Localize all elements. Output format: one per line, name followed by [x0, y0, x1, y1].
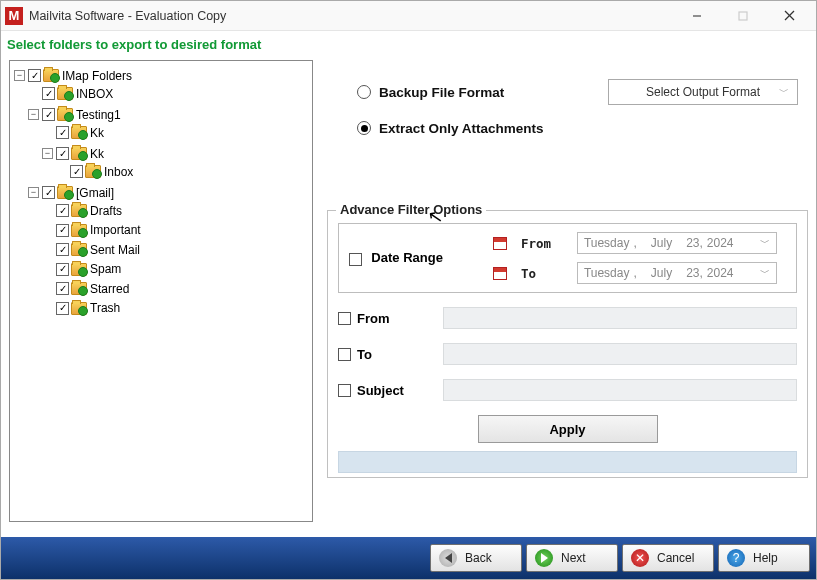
tree-node-kk2[interactable]: Kk	[90, 145, 104, 163]
folder-icon	[71, 243, 87, 256]
svg-rect-1	[739, 12, 747, 20]
radio-extract-label: Extract Only Attachments	[379, 121, 544, 136]
checkbox[interactable]: ✓	[56, 224, 69, 237]
radio-extract-attachments[interactable]	[357, 121, 371, 135]
bottom-band	[338, 451, 797, 473]
tree-node-starred[interactable]: Starred	[90, 280, 129, 298]
checkbox[interactable]: ✓	[56, 147, 69, 160]
checkbox[interactable]: ✓	[56, 204, 69, 217]
options-panel: Backup File Format Select Output Format …	[327, 60, 808, 529]
tree-node-inbox2[interactable]: Inbox	[104, 163, 133, 181]
chevron-down-icon: ﹀	[779, 85, 789, 99]
checkbox[interactable]: ✓	[42, 186, 55, 199]
back-icon	[439, 549, 457, 567]
to-filter-input[interactable]	[443, 343, 797, 365]
folder-icon	[57, 87, 73, 100]
folder-tree[interactable]: −✓IMap Folders ✓INBOX −✓Testing1 ✓Kk −✓K…	[14, 65, 308, 319]
folder-icon	[71, 204, 87, 217]
footer-bar: Back Next ✕Cancel ?Help	[1, 537, 816, 579]
title-bar: M Mailvita Software - Evaluation Copy	[1, 1, 816, 31]
checkbox[interactable]: ✓	[28, 69, 41, 82]
checkbox[interactable]: ✓	[56, 263, 69, 276]
cancel-icon: ✕	[631, 549, 649, 567]
tree-node-sentmail[interactable]: Sent Mail	[90, 241, 140, 259]
cancel-button[interactable]: ✕Cancel	[622, 544, 714, 572]
checkbox[interactable]: ✓	[56, 126, 69, 139]
folder-icon	[71, 282, 87, 295]
date-range-checkbox[interactable]	[349, 253, 362, 266]
calendar-icon	[493, 237, 507, 250]
to-label: To	[521, 266, 567, 281]
date-range-label: Date Range	[371, 250, 443, 265]
checkbox[interactable]: ✓	[42, 108, 55, 121]
subject-checkbox[interactable]	[338, 384, 351, 397]
folder-icon	[71, 147, 87, 160]
minimize-button[interactable]	[674, 1, 720, 31]
folder-icon	[71, 126, 87, 139]
instruction-text: Select folders to export to desired form…	[1, 31, 816, 56]
next-icon	[535, 549, 553, 567]
date-range-block: Date Range From Tuesday, July 23, 2024 ﹀	[338, 223, 797, 293]
from-checkbox[interactable]	[338, 312, 351, 325]
window-title: Mailvita Software - Evaluation Copy	[29, 9, 226, 23]
date-from-input[interactable]: Tuesday, July 23, 2024 ﹀	[577, 232, 777, 254]
maximize-button[interactable]	[720, 1, 766, 31]
radio-backup-label: Backup File Format	[379, 85, 504, 100]
tree-node-testing[interactable]: Testing1	[76, 106, 121, 124]
folder-icon	[71, 302, 87, 315]
subject-filter-label: Subject	[357, 383, 443, 398]
checkbox[interactable]: ✓	[56, 243, 69, 256]
output-format-select[interactable]: Select Output Format ﹀	[608, 79, 798, 105]
from-filter-label: From	[357, 311, 443, 326]
back-button[interactable]: Back	[430, 544, 522, 572]
help-icon: ?	[727, 549, 745, 567]
folder-icon	[57, 186, 73, 199]
folder-icon	[85, 165, 101, 178]
subject-filter-input[interactable]	[443, 379, 797, 401]
checkbox[interactable]: ✓	[56, 282, 69, 295]
checkbox[interactable]: ✓	[56, 302, 69, 315]
folder-icon	[71, 224, 87, 237]
expander-icon[interactable]: −	[42, 148, 53, 159]
output-format-placeholder: Select Output Format	[646, 85, 760, 99]
folder-icon	[71, 263, 87, 276]
close-button[interactable]	[766, 1, 812, 31]
tree-node-root[interactable]: IMap Folders	[62, 67, 132, 85]
tree-node-drafts[interactable]: Drafts	[90, 202, 122, 220]
fieldset-legend: Advance Filter Options	[336, 202, 486, 217]
apply-button[interactable]: Apply	[478, 415, 658, 443]
app-icon: M	[5, 7, 23, 25]
tree-node-gmail[interactable]: [Gmail]	[76, 184, 114, 202]
to-filter-label: To	[357, 347, 443, 362]
folder-icon	[57, 108, 73, 121]
tree-node-trash[interactable]: Trash	[90, 299, 120, 317]
app-window: M Mailvita Software - Evaluation Copy Se…	[0, 0, 817, 580]
chevron-down-icon: ﹀	[760, 236, 770, 250]
tree-node-kk1[interactable]: Kk	[90, 124, 104, 142]
tree-node-spam[interactable]: Spam	[90, 260, 121, 278]
folder-tree-panel: −✓IMap Folders ✓INBOX −✓Testing1 ✓Kk −✓K…	[9, 60, 313, 522]
help-button[interactable]: ?Help	[718, 544, 810, 572]
tree-node-inbox[interactable]: INBOX	[76, 85, 113, 103]
chevron-down-icon: ﹀	[760, 266, 770, 280]
advance-filter-fieldset: Advance Filter Options Date Range From T…	[327, 210, 808, 478]
checkbox[interactable]: ✓	[70, 165, 83, 178]
radio-backup-format[interactable]	[357, 85, 371, 99]
from-label: From	[521, 236, 567, 251]
expander-icon[interactable]: −	[28, 109, 39, 120]
tree-node-important[interactable]: Important	[90, 221, 141, 239]
next-button[interactable]: Next	[526, 544, 618, 572]
from-filter-input[interactable]	[443, 307, 797, 329]
checkbox[interactable]: ✓	[42, 87, 55, 100]
to-checkbox[interactable]	[338, 348, 351, 361]
calendar-icon	[493, 267, 507, 280]
expander-icon[interactable]: −	[14, 70, 25, 81]
date-to-input[interactable]: Tuesday, July 23, 2024 ﹀	[577, 262, 777, 284]
folder-icon	[43, 69, 59, 82]
expander-icon[interactable]: −	[28, 187, 39, 198]
